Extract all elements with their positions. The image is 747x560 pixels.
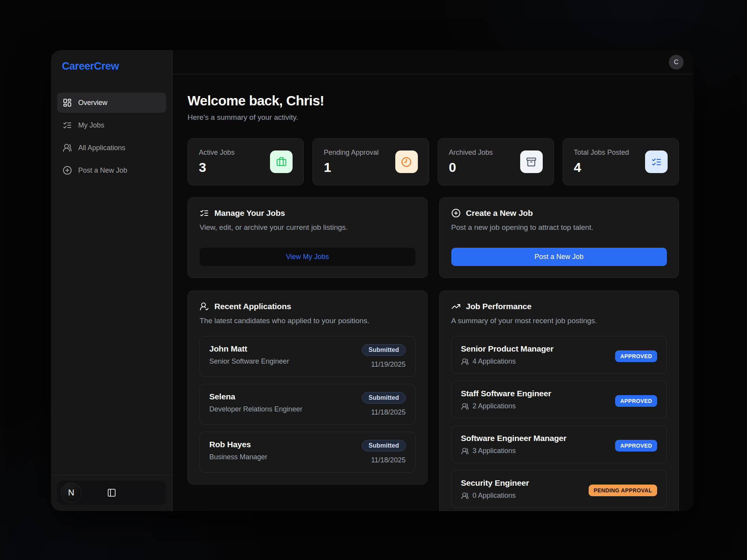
- sidebar-item-label: Post a New Job: [78, 166, 127, 175]
- applications-count: 0 Applications: [473, 492, 516, 500]
- user-check-icon: [200, 302, 209, 311]
- page-title: Welcome back, Chris!: [188, 93, 679, 108]
- job-title: Security Engineer: [461, 478, 529, 488]
- stat-card-pending-approval: Pending Approval 1: [312, 138, 429, 186]
- job-performance-card: Job Performance A summary of your most r…: [439, 290, 679, 511]
- main-content: Welcome back, Chris! Here's a summary of…: [173, 74, 694, 511]
- stat-value: 0: [449, 160, 493, 175]
- sidebar-item-label: My Jobs: [78, 121, 104, 130]
- job-performance-row[interactable]: Software Engineer Manager 3 Applications…: [451, 425, 667, 463]
- job-performance-row[interactable]: Staff Software Engineer 2 Applications A…: [451, 381, 667, 418]
- clock-icon: [401, 157, 412, 167]
- job-status-badge: APPROVED: [615, 350, 657, 362]
- application-status-badge: Submitted: [362, 344, 405, 356]
- manage-jobs-title: Manage Your Jobs: [214, 208, 285, 218]
- topbar: C: [173, 50, 694, 74]
- stat-label: Pending Approval: [324, 149, 379, 157]
- list-checks-icon: [651, 157, 662, 167]
- users-icon: [461, 358, 469, 366]
- create-job-description: Post a new job opening to attract top ta…: [451, 223, 667, 232]
- app-logo: CareerCrew: [57, 60, 166, 72]
- sidebar-item-all-applications[interactable]: All Applications: [57, 138, 166, 158]
- job-title: Software Engineer Manager: [461, 434, 567, 443]
- trending-up-icon: [451, 302, 461, 311]
- stat-label: Active Jobs: [199, 149, 235, 157]
- job-title: Staff Software Engineer: [461, 389, 551, 398]
- application-status-badge: Submitted: [362, 392, 405, 404]
- sidebar-item-overview[interactable]: Overview: [57, 93, 166, 113]
- plus-circle-icon: [63, 166, 72, 175]
- briefcase-icon: [276, 157, 287, 167]
- stat-value: 1: [324, 160, 379, 175]
- users-icon: [461, 492, 469, 500]
- sidebar-footer: N: [57, 475, 166, 505]
- actions-row: Manage Your Jobs View, edit, or archive …: [188, 197, 679, 278]
- stat-card-active-jobs: Active Jobs 3: [188, 138, 304, 186]
- stat-value: 3: [199, 160, 235, 175]
- job-status-badge: PENDING APPROVAL: [589, 485, 657, 496]
- applicant-name: John Matt: [209, 344, 289, 354]
- manage-jobs-card: Manage Your Jobs View, edit, or archive …: [188, 197, 428, 278]
- applicant-role: Developer Relations Engineer: [209, 405, 302, 413]
- user-avatar[interactable]: N: [61, 483, 81, 503]
- stat-value: 4: [574, 160, 629, 175]
- application-date: 11/18/2025: [371, 456, 406, 464]
- application-date: 11/19/2025: [371, 360, 406, 369]
- stat-iconbox: [395, 150, 418, 173]
- application-row[interactable]: John Matt Senior Software Engineer Submi…: [200, 336, 416, 377]
- job-performance-list: Senior Product Manager 4 Applications AP…: [451, 336, 667, 508]
- job-status-badge: APPROVED: [615, 395, 657, 407]
- page-subtitle: Here's a summary of your activity.: [188, 113, 679, 122]
- job-performance-row[interactable]: Senior Product Manager 4 Applications AP…: [451, 336, 667, 374]
- application-row[interactable]: Selena Developer Relations Engineer Subm…: [200, 384, 416, 425]
- account-avatar[interactable]: C: [669, 55, 684, 70]
- stats-row: Active Jobs 3 Pending Approval 1 Archive…: [188, 138, 679, 186]
- stat-iconbox: [645, 150, 668, 173]
- dashboard-icon: [63, 98, 72, 107]
- applications-list: John Matt Senior Software Engineer Submi…: [200, 336, 416, 472]
- create-job-card: Create a New Job Post a new job opening …: [439, 197, 679, 278]
- post-new-job-button[interactable]: Post a New Job: [451, 248, 667, 266]
- applicant-name: Selena: [209, 392, 302, 401]
- application-date: 11/18/2025: [371, 408, 406, 416]
- sidebar-item-label: All Applications: [78, 144, 125, 152]
- recent-applications-description: The latest candidates who applied to you…: [200, 317, 416, 325]
- applicant-role: Senior Software Engineer: [209, 357, 289, 366]
- recent-applications-card: Recent Applications The latest candidate…: [188, 290, 428, 485]
- sidebar-footer-divider: [51, 475, 172, 475]
- stat-label: Archived Jobs: [449, 149, 493, 157]
- applications-count: 4 Applications: [473, 357, 516, 366]
- sidebar-item-post-a-new-job[interactable]: Post a New Job: [57, 160, 166, 180]
- sidebar-item-label: Overview: [78, 99, 107, 107]
- applicant-name: Rob Hayes: [209, 440, 267, 449]
- job-title: Senior Product Manager: [461, 344, 554, 354]
- manage-jobs-description: View, edit, or archive your current job …: [200, 223, 416, 232]
- sidebar: CareerCrew Overview My Jobs All Applicat…: [51, 50, 173, 511]
- job-status-badge: APPROVED: [615, 440, 657, 452]
- sidebar-item-my-jobs[interactable]: My Jobs: [57, 115, 166, 135]
- stat-iconbox: [270, 150, 293, 173]
- list-checks-icon: [200, 208, 209, 218]
- panel-left-icon: [107, 488, 116, 497]
- users-icon: [461, 447, 469, 455]
- create-job-title: Create a New Job: [466, 208, 533, 218]
- stat-card-archived-jobs: Archived Jobs 0: [438, 138, 554, 186]
- users-icon: [63, 143, 72, 152]
- plus-circle-icon: [451, 208, 461, 218]
- main-area: C Welcome back, Chris! Here's a summary …: [173, 50, 694, 511]
- users-icon: [461, 402, 469, 410]
- view-my-jobs-button[interactable]: View My Jobs: [200, 248, 416, 266]
- job-performance-description: A summary of your most recent job postin…: [451, 317, 667, 325]
- job-performance-row[interactable]: Security Engineer 0 Applications PENDING…: [451, 470, 667, 508]
- application-row[interactable]: Rob Hayes Business Manager Submitted 11/…: [200, 432, 416, 472]
- sidebar-nav: Overview My Jobs All Applications Post a…: [57, 93, 166, 180]
- stat-label: Total Jobs Posted: [574, 149, 629, 157]
- archive-icon: [526, 157, 537, 167]
- application-status-badge: Submitted: [362, 440, 405, 452]
- applications-count: 3 Applications: [473, 447, 516, 455]
- recent-applications-title: Recent Applications: [214, 302, 291, 311]
- stat-iconbox: [520, 150, 543, 173]
- bottom-row: Recent Applications The latest candidate…: [188, 290, 679, 511]
- applicant-role: Business Manager: [209, 453, 267, 461]
- job-performance-title: Job Performance: [466, 302, 532, 311]
